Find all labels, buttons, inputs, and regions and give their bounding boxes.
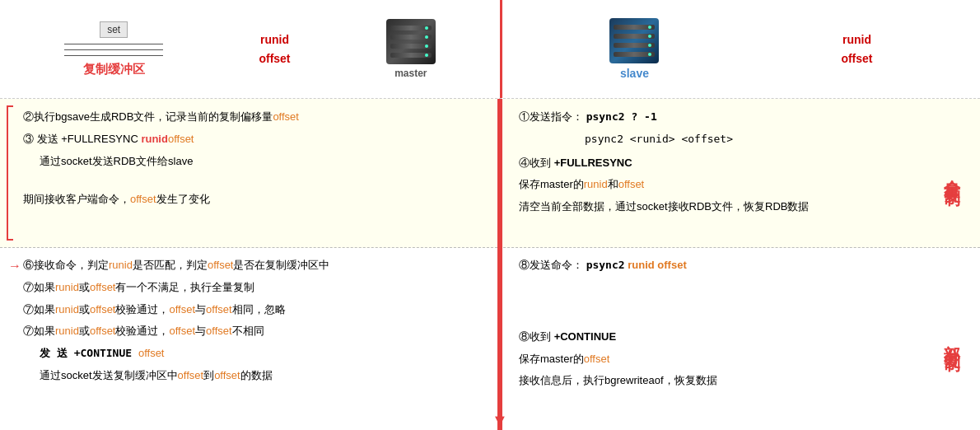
step7a-mid: 或 <box>79 281 90 293</box>
master-offset-text: offset <box>259 49 290 68</box>
step7b-runid: runid <box>55 303 79 315</box>
full-sync-label: 全 量 复 制 <box>928 99 978 247</box>
full-sync-bracket <box>7 105 13 241</box>
partial-label-char-4: 制 <box>942 342 964 345</box>
step4-cmd: +FULLRESYNC <box>554 157 632 169</box>
step7c-sub2-text: 通过socket发送复制缓冲区中 <box>40 369 178 381</box>
partial-sync-label: 部 分 复 制 <box>928 247 978 430</box>
step4-sub2-line: 清空当前全部数据，通过socket接收RDB文件，恢复RDB数据 <box>519 199 917 216</box>
server-line-1 <box>390 26 432 30</box>
buffer-label: 复制缓冲区 <box>83 62 145 77</box>
step8-cmd: +CONTINUE <box>554 330 616 343</box>
master-server-box <box>386 19 436 64</box>
partial-arrow: → <box>8 259 21 273</box>
step6-line: ⑥接收命令，判定runid是否匹配，判定offset是否在复制缓冲区中 <box>23 257 486 274</box>
step8-text: ⑧收到 <box>519 330 554 343</box>
slave-runid-offset-label: runid offset <box>841 30 872 68</box>
step7a-text: ⑦如果 <box>23 281 55 293</box>
step7c-sub1-line: 发 送 +CONTINUE offset <box>23 345 486 362</box>
slave-offset-text: offset <box>841 49 872 68</box>
step1b-text: psync2 ? -1 <box>586 110 657 123</box>
slave-server-line-3 <box>614 43 655 48</box>
slave-server-icon: slave <box>609 18 659 80</box>
partial-sync-right-cell: ⑧发送命令： psync2 runid offset ⑧收到 +CONTINUE… <box>502 247 928 430</box>
step7c-runid: runid <box>55 325 79 337</box>
step7c-sub2-after: 的数据 <box>240 369 273 381</box>
step6-offset: offset <box>208 259 234 271</box>
step7b-offset: offset <box>90 303 116 315</box>
step7c-sub2-offset2: offset <box>214 369 240 381</box>
master-runid-offset-label: runid offset <box>259 30 290 68</box>
slave-label: slave <box>620 67 649 80</box>
step3-sub-line: 通过socket发送RDB文件给slave <box>23 153 486 171</box>
step4-text: ④收到 <box>519 157 554 169</box>
buffer-line-1 <box>64 44 163 44</box>
step4-sub1-line: 保存master的runid和offset <box>519 176 917 194</box>
step8-sub2-line: 接收信息后，执行bgrewriteaof，恢复数据 <box>519 372 917 390</box>
step7c-after2: 不相同 <box>232 325 264 337</box>
partial-right-spacer <box>519 279 917 329</box>
slave-server-line-1 <box>614 25 655 30</box>
step3-text: ③ 发送 +FULLRESYNC <box>23 133 141 145</box>
step7a-runid: runid <box>55 281 79 293</box>
slave-server-line-4 <box>614 52 655 57</box>
step4-and: 和 <box>608 178 618 190</box>
step4-line: ④收到 +FULLRESYNC <box>519 155 917 172</box>
step7c-after1: 校验通过， <box>115 325 169 337</box>
step7a-after: 有一个不满足，执行全量复制 <box>115 281 254 293</box>
server-line-2 <box>390 35 432 40</box>
step7b-after2: 相同，忽略 <box>232 303 286 315</box>
master-server-icon: master <box>386 19 436 79</box>
step7b-offset3: offset <box>206 303 232 315</box>
period-line: 期间接收客户端命令，offset发生了变化 <box>23 191 486 208</box>
step4-offset: offset <box>618 178 645 190</box>
step6-text1: ⑥接收命令，判定 <box>23 259 109 271</box>
step2-offset: offset <box>273 110 299 123</box>
slave-server-box <box>609 18 659 63</box>
step2-text: ②执行bgsave生成RDB文件，记录当前的复制偏移量 <box>23 110 273 123</box>
step5-line: ⑧发送命令： psync2 runid offset <box>519 257 917 274</box>
step7c-sub2-mid: 到 <box>203 369 214 381</box>
step7c-offset2: offset <box>169 325 195 337</box>
step4-sub1-text: 保存master的 <box>519 178 584 190</box>
step2-line: ②执行bgsave生成RDB文件，记录当前的复制偏移量offset <box>23 109 486 126</box>
step7c-sub2-line: 通过socket发送复制缓冲区中offset到offset的数据 <box>23 367 486 385</box>
step6-after: 是否在复制缓冲区中 <box>233 259 329 271</box>
step1a-text: ①发送指令： <box>519 110 583 123</box>
slave-runid-text: runid <box>841 30 872 49</box>
step1c-line: psync2 <runid> <offset> <box>519 131 917 148</box>
step7c-mid: 或 <box>79 325 90 337</box>
step8-line: ⑧收到 +CONTINUE <box>519 329 917 346</box>
step3-offset: offset <box>168 133 194 145</box>
master-runid-text: runid <box>259 30 290 49</box>
header-left: set 复制缓冲区 runid offset master <box>0 0 502 98</box>
step8-sub1-offset: offset <box>584 353 610 365</box>
step8-sub1-text: 保存master的 <box>519 353 584 365</box>
step7c-mid2: 与 <box>195 325 206 337</box>
step3-runid: runid <box>141 133 168 145</box>
slave-server-line-2 <box>614 34 655 39</box>
period-offset: offset <box>130 193 156 205</box>
step5-cmd: psync2 <box>586 259 625 271</box>
step1-line: ①发送指令： psync2 ? -1 <box>519 109 917 126</box>
step1c-text: psync2 <runid> <offset> <box>585 133 733 145</box>
step7c-line: ⑦如果runid或offset校验通过，offset与offset不相同 <box>23 323 486 340</box>
step8-sub2-text: 接收信息后，执行bgrewriteaof，恢复数据 <box>519 374 717 386</box>
set-button[interactable]: set <box>100 21 128 38</box>
buffer-line-3 <box>64 55 163 56</box>
step7b-text: ⑦如果 <box>23 303 55 315</box>
step5-text: ⑧发送命令： <box>519 259 583 271</box>
step3-line: ③ 发送 +FULLRESYNC runidoffset <box>23 131 486 148</box>
step5-runid: runid <box>628 259 655 271</box>
step7a-offset: offset <box>90 281 116 293</box>
master-label: master <box>394 68 427 79</box>
step7b-after1: 校验通过， <box>115 303 169 315</box>
step7b-offset2: offset <box>169 303 195 315</box>
full-label-char-4: 制 <box>942 176 964 180</box>
period-after: 发生了变化 <box>156 193 210 205</box>
step7c-sub2-offset1: offset <box>178 369 204 381</box>
step6-runid: runid <box>109 259 133 271</box>
step8-sub1-line: 保存master的offset <box>519 351 917 368</box>
step4-sub2-text: 清空当前全部数据，通过socket接收RDB文件，恢复RDB数据 <box>519 200 809 213</box>
set-buffer-section: set 复制缓冲区 <box>64 21 163 77</box>
